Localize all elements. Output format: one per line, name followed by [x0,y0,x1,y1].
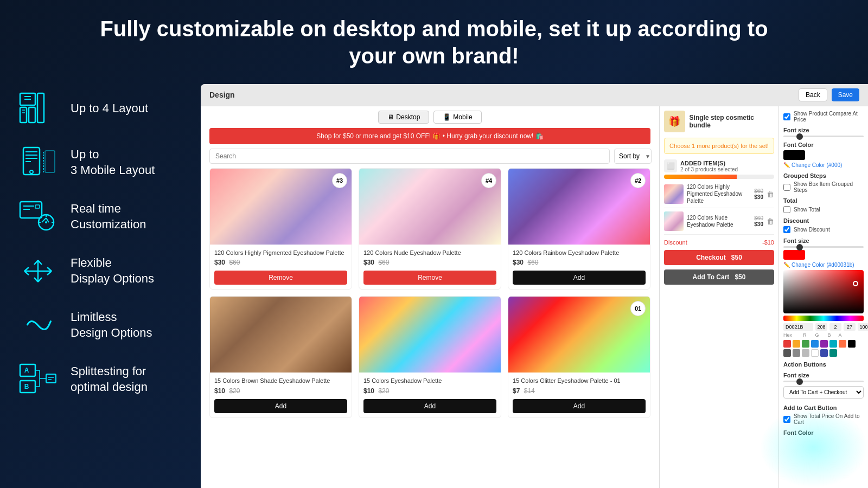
bundle-item-price: $60 $30 [754,188,763,200]
product-badge: #4 [481,173,496,188]
blue-input[interactable] [844,323,856,331]
show-price-compare-checkbox[interactable] [783,113,790,120]
color-preset[interactable] [829,349,837,357]
color-preset[interactable] [829,340,837,348]
layout-feature-text: Up to 4 Layout [71,101,148,117]
product-card: #3 120 Colors Highly Pigmented Eyeshadow… [209,168,352,290]
design-panel-content: 🖥 Desktop 📱 Mobile Shop for $50 or more … [201,106,868,488]
g-label: G [815,332,819,338]
grouped-steps-label: Grouped Steps [783,172,864,179]
show-box-item-checkbox[interactable] [783,184,790,191]
feature-design: LimitlessDesign Options [11,301,212,350]
font-color-swatch[interactable] [783,150,805,160]
search-input[interactable] [209,149,610,164]
a-label: A [839,332,842,338]
green-input[interactable] [829,323,841,331]
feature-splittest: A B Splittesting foroptimal design [11,355,212,404]
show-discount-checkbox[interactable] [783,226,790,233]
back-button[interactable]: Back [799,88,827,101]
splittest-icon: A B [16,361,60,399]
add-button[interactable]: Add [513,399,646,413]
action-dropdown[interactable]: Add To Cart + Checkout [783,386,864,399]
action-font-size-label: Font size [783,372,864,378]
alpha-input[interactable] [858,323,868,331]
svg-rect-1 [20,107,27,123]
bundle-item-price: $60 $30 [754,215,763,227]
product-price: $10 $20 [214,387,347,395]
show-box-item-checkbox-row: Show Box Item Grouped Steps [783,181,864,193]
display-text: FlexibleDisplay Options [71,255,154,286]
save-button[interactable]: Save [832,88,859,101]
add-button[interactable]: Add [513,271,646,285]
color-preset[interactable] [811,349,819,357]
mobile-view-button[interactable]: 📱 Mobile [433,111,481,124]
product-card: 01 15 Colors Glitter Eyeshadow Palette -… [508,296,650,418]
header-title: Fully customizable on desktop and mobile… [100,17,768,68]
show-total-checkbox[interactable] [783,206,790,213]
remove-button[interactable]: Remove [214,271,347,285]
add-button[interactable]: Add [214,399,347,413]
change-color-button[interactable]: ✏️ Change Color (#000) [783,162,864,168]
feature-display: FlexibleDisplay Options [11,247,212,296]
product-card: #4 120 Colors Nude Eyeshadow Palette $30… [359,168,501,290]
product-info: 15 Colors Eyeshadow Palette $10 $20 [359,373,501,399]
mobile-icon: 📱 [443,113,451,121]
hex-input[interactable] [783,323,813,331]
delete-bundle-item-icon[interactable]: 🗑 [767,190,774,198]
discount-section-label: Discount [783,217,864,224]
sort-select[interactable]: Sort by [614,149,652,164]
action-font-size-slider[interactable] [783,381,864,382]
color-preset[interactable] [811,340,819,348]
add-button[interactable]: Add [363,399,496,413]
show-total-price-checkbox[interactable] [783,416,790,423]
action-font-size-slider-row [783,381,864,382]
color-preset[interactable] [783,349,791,357]
grid-layout-icon [16,89,60,127]
product-image [359,297,501,373]
right-config-panel: Show Product Compare At Price Font size … [778,106,868,488]
product-image: #4 [359,169,501,245]
font-color-label: Font Color [783,142,864,148]
discount-row: Discount -$10 [664,239,774,246]
color-hex-row [783,323,864,331]
svg-text:B: B [24,383,29,390]
product-name: 120 Colors Highly Pigmented Eyeshadow Pa… [214,249,347,256]
color-preset[interactable] [802,340,809,348]
page-header: Fully customizable on desktop and mobile… [0,0,868,78]
red-input[interactable] [815,323,827,331]
discount-font-size-slider[interactable] [783,246,864,248]
mobile-layout-icon [16,144,60,182]
checkout-button[interactable]: Checkout $50 [664,250,774,265]
show-total-price-checkbox-row: Show Total Price On Add to Cart [783,413,864,425]
cube-icon: ⬜ [664,159,677,172]
discount-color-swatch[interactable] [783,250,805,260]
product-name: 15 Colors Eyeshadow Palette [363,377,496,384]
color-preset[interactable] [783,340,791,348]
product-price: $30 $60 [214,259,347,266]
color-picker-dot [853,281,858,286]
add-to-cart-bundle-button[interactable]: Add To Cart $50 [664,269,774,285]
color-preset[interactable] [793,349,800,357]
font-size-slider[interactable] [783,136,864,137]
bundle-item-image [664,184,684,204]
choose-message: Choose 1 more product(s) for the set! [664,138,774,154]
color-preset[interactable] [839,340,846,348]
color-preset[interactable] [793,340,800,348]
color-preset[interactable] [820,349,828,357]
color-picker-area[interactable] [783,270,864,313]
show-box-item-label: Show Box Item Grouped Steps [794,181,864,193]
feature-realtime: Real timeCustomization [11,192,212,241]
show-total-label: Show Total [794,207,820,213]
customization-icon [16,198,60,236]
mobile-layout-text: Up to3 Mobile Layout [71,147,155,178]
color-spectrum[interactable] [783,316,864,321]
product-name: 15 Colors Brown Shade Eyeshadow Palette [214,377,347,384]
color-preset[interactable] [802,349,809,357]
remove-button[interactable]: Remove [363,271,496,285]
delete-bundle-item-icon[interactable]: 🗑 [767,217,774,226]
change-discount-color-button[interactable]: ✏️ Change Color (#d00031b) [783,262,864,268]
color-preset[interactable] [820,340,828,348]
color-preset[interactable] [848,340,856,348]
desktop-view-button[interactable]: 🖥 Desktop [378,111,429,124]
added-subtitle: 2 of 3 products selected [680,166,738,172]
